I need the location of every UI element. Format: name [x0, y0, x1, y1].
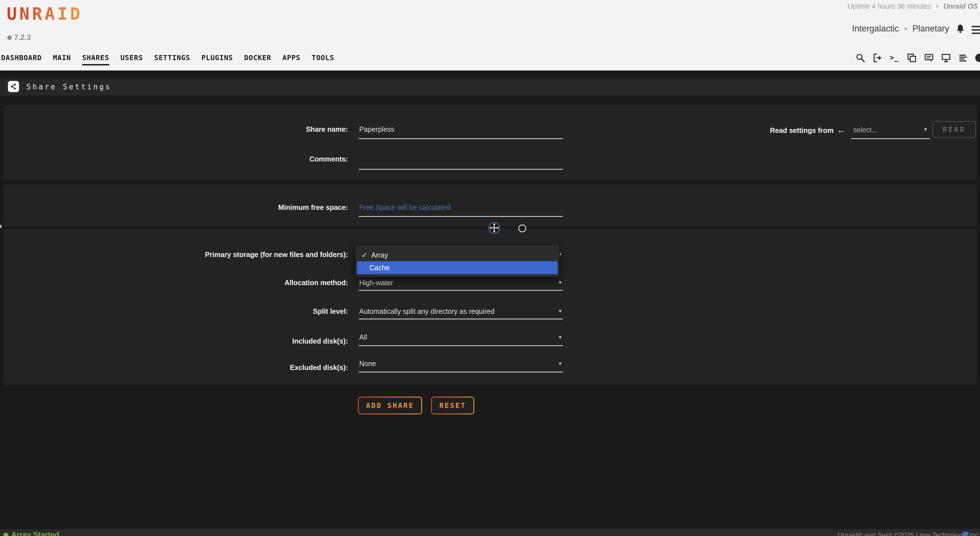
- terminal-icon[interactable]: >_: [889, 53, 900, 63]
- sign-out-icon[interactable]: [872, 53, 883, 63]
- nav-tab-settings[interactable]: SETTINGS: [154, 54, 190, 65]
- chevron-down-icon: ▼: [558, 280, 562, 285]
- chevron-down-icon: ▼: [558, 309, 562, 314]
- main-nav: DASHBOARD MAIN SHARES USERS SETTINGS PLU…: [1, 54, 334, 65]
- search-icon[interactable]: [855, 53, 865, 63]
- nav-tab-apps[interactable]: APPS: [282, 54, 300, 65]
- split-level-label: Split level:: [0, 307, 348, 316]
- scroll-indicator-dot: [0, 225, 2, 228]
- chevron-down-icon: ▼: [558, 361, 562, 366]
- dropdown-option-cache[interactable]: Cache: [357, 261, 558, 274]
- copyright-text: Unraid® and Swirl ©2025 Lime Technology,…: [838, 531, 980, 536]
- array-status[interactable]: Array Started: [3, 531, 59, 536]
- share-name-label: Share name:: [0, 125, 348, 134]
- nav-tab-users[interactable]: USERS: [120, 54, 143, 65]
- unraid-logo[interactable]: UNRAID: [7, 4, 83, 24]
- excluded-disks-underline: [359, 372, 563, 373]
- min-free-space-input[interactable]: Free Space will be calculated: [359, 203, 450, 212]
- dropdown-option-array[interactable]: ✓Array: [361, 251, 388, 259]
- move-cursor-icon: [488, 222, 501, 234]
- status-footer: Array Started Unraid® and Swirl ©2025 Li…: [0, 529, 980, 536]
- nav-tab-dashboard[interactable]: DASHBOARD: [1, 54, 41, 65]
- reset-button[interactable]: RESET: [431, 397, 474, 414]
- hamburger-menu-icon[interactable]: [972, 26, 980, 36]
- version-indicator: 7.2.3: [7, 33, 31, 42]
- server-name: Intergalactic: [852, 24, 899, 34]
- log-icon[interactable]: [958, 53, 968, 63]
- split-level-underline: [359, 319, 563, 319]
- form-actions: ADD SHARE RESET: [358, 397, 474, 414]
- circle-indicator-icon: [519, 225, 526, 232]
- min-free-space-underline: [359, 216, 563, 217]
- comments-underline: [359, 169, 563, 170]
- footer-link-icon[interactable]: [963, 532, 968, 536]
- allocation-method-select[interactable]: High-water: [359, 279, 393, 287]
- excluded-disks-select[interactable]: None: [359, 360, 376, 368]
- nav-tab-shares[interactable]: SHARES: [82, 54, 109, 65]
- read-button[interactable]: READ: [932, 121, 976, 138]
- min-free-space-label: Minimum free space:: [0, 203, 348, 212]
- nav-tab-tools[interactable]: TOOLS: [312, 54, 334, 65]
- chevron-down-icon: ▼: [923, 127, 928, 132]
- nav-tab-main[interactable]: MAIN: [53, 54, 71, 65]
- share-settings-icon[interactable]: [8, 81, 19, 92]
- read-settings-label: Read settings from←: [730, 125, 845, 135]
- uptime-text: Uptime 4 hours 36 minutes: [848, 2, 931, 10]
- array-status-dot-icon: [3, 533, 8, 536]
- included-disks-label: Included disk(s):: [0, 337, 348, 345]
- nav-tab-plugins[interactable]: PLUGINS: [202, 54, 233, 65]
- notifications-bell-icon[interactable]: [955, 24, 966, 34]
- add-share-button[interactable]: ADD SHARE: [358, 397, 422, 414]
- arrow-left-icon: ←: [837, 125, 845, 134]
- checkmark-icon: ✓: [361, 251, 368, 259]
- uptime-line: Uptime 4 hours 36 minutes • Unraid OS St…: [848, 2, 980, 10]
- allocation-method-label: Allocation method:: [0, 279, 348, 287]
- primary-storage-label: Primary storage (for new files and folde…: [0, 250, 348, 259]
- nav-tab-docker[interactable]: DOCKER: [244, 54, 271, 65]
- included-disks-underline: [359, 345, 563, 346]
- excluded-disks-label: Excluded disk(s):: [0, 364, 348, 372]
- os-edition-text: Unraid OS Starter: [943, 2, 980, 10]
- nav-toolbar: >_: [855, 53, 980, 63]
- allocation-method-underline: [359, 290, 563, 291]
- read-settings-select[interactable]: select...: [853, 126, 877, 134]
- primary-storage-dropdown: ✓Array Cache: [355, 244, 560, 278]
- top-header: UNRAID 7.2.3 Uptime 4 hours 36 minutes •…: [0, 0, 980, 70]
- chevron-down-icon: ▼: [558, 335, 562, 340]
- version-number: 7.2.3: [14, 33, 31, 42]
- monitor-icon[interactable]: [941, 53, 951, 63]
- bullet-separator: •: [936, 2, 939, 10]
- split-level-select[interactable]: Automatically split any directory as req…: [359, 307, 495, 316]
- bullet-separator: •: [904, 24, 907, 34]
- version-dot-icon: [7, 35, 12, 40]
- help-icon-partial[interactable]: [975, 54, 980, 62]
- unraid-share-settings-screen: UNRAID 7.2.3 Uptime 4 hours 36 minutes •…: [0, 0, 980, 536]
- read-select-underline: [851, 138, 930, 139]
- copy-windows-icon[interactable]: [907, 53, 917, 63]
- page-title-bar: Share Settings: [0, 78, 980, 96]
- server-identity: Intergalactic • Planetary: [852, 24, 949, 34]
- server-tagline: Planetary: [912, 24, 949, 34]
- share-name-input[interactable]: Paperpless: [359, 125, 394, 134]
- included-disks-select[interactable]: All: [359, 333, 367, 341]
- share-name-underline: [359, 138, 563, 139]
- feedback-chat-icon[interactable]: [924, 53, 934, 63]
- comments-label: Comments:: [0, 155, 348, 163]
- page-title: Share Settings: [26, 83, 111, 91]
